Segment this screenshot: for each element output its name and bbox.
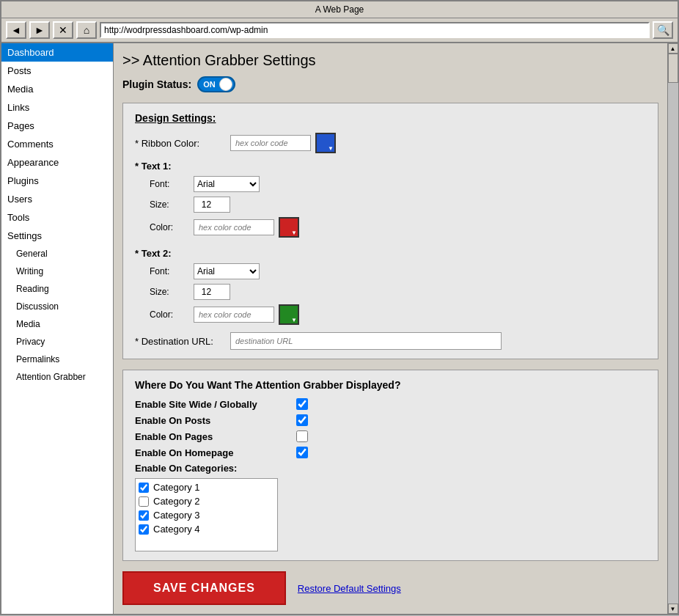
text2-color-label: Color: xyxy=(150,309,194,320)
text1-color-label: Color: xyxy=(150,222,194,232)
category-2-label: Category 2 xyxy=(153,496,200,507)
restore-link[interactable]: Restore Default Settings xyxy=(298,583,401,594)
enable-homepage-checkbox[interactable] xyxy=(296,447,308,458)
sidebar: Dashboard Posts Media Links Pages Commen… xyxy=(1,43,114,614)
sidebar-item-privacy[interactable]: Privacy xyxy=(1,333,113,351)
text2-font-row: Font: Arial Georgia Times New Roman Verd… xyxy=(150,263,646,279)
sidebar-item-comments[interactable]: Comments xyxy=(1,135,113,153)
content-area: >> Attention Grabber Settings Plugin Sta… xyxy=(114,43,667,614)
enable-homepage-label: Enable On Homepage xyxy=(135,447,282,458)
category-3-item: Category 3 xyxy=(139,510,274,521)
category-1-label: Category 1 xyxy=(153,482,200,493)
text2-hex-input[interactable] xyxy=(194,307,274,323)
enable-homepage-row: Enable On Homepage xyxy=(135,447,646,458)
home-button[interactable]: ⌂ xyxy=(76,21,97,39)
enable-pages-checkbox[interactable] xyxy=(296,430,308,442)
plugin-toggle[interactable]: ON xyxy=(197,76,235,92)
sidebar-item-attention-grabber[interactable]: Attention Grabber xyxy=(1,368,113,386)
category-1-checkbox[interactable] xyxy=(139,483,149,493)
text1-hex-input[interactable] xyxy=(194,219,274,235)
category-3-label: Category 3 xyxy=(153,510,200,521)
category-4-checkbox[interactable] xyxy=(139,524,149,535)
enable-global-label: Enable Site Wide / Globally xyxy=(135,399,282,410)
sidebar-item-permalinks[interactable]: Permalinks xyxy=(1,351,113,368)
sidebar-item-writing[interactable]: Writing xyxy=(1,263,113,280)
enable-posts-label: Enable On Posts xyxy=(135,415,282,426)
plugin-status-label: Plugin Status: xyxy=(122,78,191,90)
text1-size-input[interactable] xyxy=(194,197,230,213)
sidebar-item-media[interactable]: Media xyxy=(1,315,113,333)
enable-pages-row: Enable On Pages xyxy=(135,430,646,442)
ribbon-color-label: * Ribbon Color: xyxy=(135,138,230,149)
scroll-down-button[interactable]: ▼ xyxy=(668,604,678,614)
design-settings-title: Design Settings: xyxy=(135,112,646,124)
text1-color-swatch[interactable] xyxy=(279,217,299,238)
enable-posts-checkbox[interactable] xyxy=(296,414,308,426)
address-bar[interactable] xyxy=(100,22,650,38)
go-button[interactable]: 🔍 xyxy=(653,21,673,39)
text1-color-row: Color: xyxy=(150,217,646,238)
sidebar-item-pages[interactable]: Pages xyxy=(1,117,113,135)
scroll-track[interactable] xyxy=(668,54,678,604)
categories-label: Enable On Categories: xyxy=(135,463,646,474)
scroll-thumb[interactable] xyxy=(668,54,678,83)
browser-title: A Web Page xyxy=(1,1,678,18)
enable-posts-row: Enable On Posts xyxy=(135,414,646,426)
category-4-item: Category 4 xyxy=(139,524,274,535)
text2-size-input[interactable] xyxy=(194,284,230,300)
sidebar-item-settings[interactable]: Settings xyxy=(1,227,113,245)
sidebar-item-posts[interactable]: Posts xyxy=(1,62,113,80)
scrollbar[interactable]: ▲ ▼ xyxy=(667,43,678,614)
enable-global-checkbox[interactable] xyxy=(296,398,308,410)
text2-label: * Text 2: xyxy=(135,248,646,259)
categories-list[interactable]: Category 1 Category 2 Category 3 Categor… xyxy=(135,478,278,551)
text2-color-swatch[interactable] xyxy=(279,304,299,325)
forward-button[interactable]: ► xyxy=(29,21,50,39)
destination-row: * Destination URL: xyxy=(135,332,646,350)
bottom-bar: SAVE CHANGES Restore Default Settings xyxy=(122,571,658,605)
toggle-label: ON xyxy=(203,80,216,89)
back-button[interactable]: ◄ xyxy=(6,21,26,39)
destination-input[interactable] xyxy=(230,332,502,350)
sidebar-item-users[interactable]: Users xyxy=(1,190,113,208)
category-1-item: Category 1 xyxy=(139,482,274,493)
text2-size-label: Size: xyxy=(150,287,194,297)
sidebar-item-general[interactable]: General xyxy=(1,245,113,263)
ribbon-color-row: * Ribbon Color: xyxy=(135,133,646,153)
category-2-checkbox[interactable] xyxy=(139,496,149,507)
browser-toolbar: ◄ ► ✕ ⌂ 🔍 xyxy=(1,18,678,43)
category-2-item: Category 2 xyxy=(139,496,274,507)
toggle-knob xyxy=(219,78,232,91)
scroll-up-button[interactable]: ▲ xyxy=(668,43,678,54)
sidebar-item-appearance[interactable]: Appearance xyxy=(1,153,113,172)
text1-label: * Text 1: xyxy=(135,161,646,172)
sidebar-item-plugins[interactable]: Plugins xyxy=(1,172,113,190)
text2-color-row: Color: xyxy=(150,304,646,325)
save-button[interactable]: SAVE CHANGES xyxy=(122,571,286,605)
sidebar-item-media[interactable]: Media xyxy=(1,80,113,98)
sidebar-item-links[interactable]: Links xyxy=(1,98,113,117)
main-layout: Dashboard Posts Media Links Pages Commen… xyxy=(1,43,678,614)
category-4-label: Category 4 xyxy=(153,524,200,535)
page-title: >> Attention Grabber Settings xyxy=(122,52,658,69)
plugin-status-row: Plugin Status: ON xyxy=(122,76,658,92)
display-title: Where Do You Want The Attention Grabber … xyxy=(135,379,646,391)
sidebar-item-discussion[interactable]: Discussion xyxy=(1,298,113,315)
stop-button[interactable]: ✕ xyxy=(53,21,73,39)
ribbon-hex-input[interactable] xyxy=(230,135,311,151)
sidebar-item-reading[interactable]: Reading xyxy=(1,280,113,298)
category-3-checkbox[interactable] xyxy=(139,510,149,521)
destination-label: * Destination URL: xyxy=(135,336,230,347)
display-settings-box: Where Do You Want The Attention Grabber … xyxy=(122,370,658,561)
enable-pages-label: Enable On Pages xyxy=(135,431,282,442)
text2-font-select[interactable]: Arial Georgia Times New Roman Verdana xyxy=(194,263,260,279)
sidebar-item-dashboard[interactable]: Dashboard xyxy=(1,43,113,62)
sidebar-item-tools[interactable]: Tools xyxy=(1,208,113,227)
text1-font-label: Font: xyxy=(150,179,194,189)
enable-global-row: Enable Site Wide / Globally xyxy=(135,398,646,410)
design-settings-box: Design Settings: * Ribbon Color: * Text … xyxy=(122,103,658,359)
text1-font-row: Font: Arial Georgia Times New Roman Verd… xyxy=(150,176,646,192)
text2-font-label: Font: xyxy=(150,266,194,276)
ribbon-color-swatch[interactable] xyxy=(315,133,336,153)
text1-font-select[interactable]: Arial Georgia Times New Roman Verdana xyxy=(194,176,260,192)
